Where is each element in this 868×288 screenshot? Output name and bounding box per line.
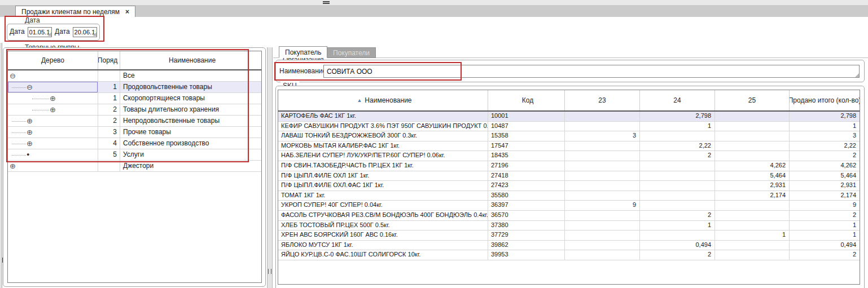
sku-name-cell: ЯБЛОКО МУТСУ 1КГ 1кг. bbox=[278, 241, 488, 250]
sku-row[interactable]: ФАСОЛЬ СТРУЧКОВАЯ РЕЗ.СВ/М БОНДЮЭЛЬ 400Г… bbox=[278, 211, 860, 221]
sku-week24-cell bbox=[640, 171, 715, 181]
sku-total-cell: 2 bbox=[790, 250, 860, 260]
tree-expand-icon[interactable]: ⊕ bbox=[50, 106, 56, 113]
sku-header-row: ▲ Наименование Код 23 24 25 Продано итог… bbox=[278, 90, 860, 112]
tree-row-food-products[interactable]: ⊖ 1 Продовольственные товары bbox=[8, 82, 261, 93]
tab-title: Продажи клиентам по неделям bbox=[21, 8, 120, 16]
sku-week23-cell: 9 bbox=[565, 201, 640, 210]
tree-row-long-storage[interactable]: ⊕ 2 Товары длительного хранения bbox=[8, 104, 261, 116]
sku-total-cell: 2,798 bbox=[790, 112, 860, 121]
tab-customer[interactable]: Покупатель bbox=[279, 46, 327, 58]
date-from-label: Дата bbox=[10, 28, 25, 36]
tree-expand-icon[interactable]: ⊕ bbox=[10, 162, 16, 170]
tab-label: Покупатели bbox=[333, 49, 370, 57]
splitter-handle-icon[interactable] bbox=[0, 258, 3, 263]
sku-code-cell: 27196 bbox=[488, 161, 565, 171]
tree-order-cell bbox=[98, 161, 120, 171]
sku-week24-cell: 1 bbox=[640, 221, 715, 231]
sku-row[interactable]: П/Ф ЦЫПЛ.ФИЛЕ ОХЛ.ФАС 1КГ 1кг. 27423 2,9… bbox=[278, 181, 860, 191]
sku-row[interactable]: УКРОП СУПЕР! 40Г СУПЕР! 0.04кг. 36397 9 … bbox=[278, 201, 860, 211]
sku-code-cell: 17547 bbox=[488, 141, 565, 151]
sku-total-cell: 2 bbox=[790, 211, 860, 220]
organization-name-label: Наименование bbox=[279, 67, 326, 75]
sku-week25-cell: 5,464 bbox=[715, 171, 790, 181]
tree-name-cell: Товары длительного хранения bbox=[120, 104, 261, 115]
tree-row-non-food[interactable]: ⊕ 2 Непродовольственные товары bbox=[8, 116, 261, 127]
sku-week24-cell bbox=[640, 181, 715, 190]
column-header-week-24[interactable]: 24 bbox=[640, 90, 715, 110]
tree-row-own-production[interactable]: ⊕ 4 Собственное производство bbox=[8, 138, 261, 149]
sku-week25-cell bbox=[715, 151, 790, 161]
sku-row[interactable]: ЛАВАШ ТОНКИЙ БЕЗДРОЖЖЕВОЙ 300Г 0.3кг. 15… bbox=[278, 131, 860, 141]
tree-expand-icon[interactable]: ⊕ bbox=[27, 140, 33, 147]
tree-row-all[interactable]: ⊖ Все bbox=[8, 70, 261, 82]
tree-collapse-icon[interactable]: ⊖ bbox=[10, 72, 16, 79]
sku-row[interactable]: П/Ф ЦЫПЛ.ФИЛЕ ОХЛ 1КГ 1кг. 27418 5,464 5… bbox=[278, 171, 860, 181]
tree-collapse-icon[interactable]: ⊖ bbox=[27, 83, 33, 91]
sku-row[interactable]: КАРТОФЕЛЬ ФАС 1КГ 1кг. 10001 2,798 2,798 bbox=[278, 112, 860, 122]
tree-order-cell: 5 bbox=[98, 149, 120, 160]
sku-week23-cell bbox=[565, 122, 640, 131]
sku-week24-cell: 1 bbox=[640, 122, 715, 131]
sku-week23-cell bbox=[565, 181, 640, 190]
date-dropdown-corner-icon[interactable] bbox=[47, 32, 51, 36]
sku-week24-cell: 2 bbox=[640, 151, 715, 161]
sku-code-cell: 35580 bbox=[488, 191, 565, 201]
tab-customers[interactable]: Покупатели bbox=[327, 47, 376, 58]
left-splitter[interactable] bbox=[0, 43, 2, 288]
sku-total-cell: 2 bbox=[790, 151, 860, 161]
tree-name-cell: Собственное производство bbox=[120, 138, 261, 149]
sku-total-cell: 2,22 bbox=[790, 141, 860, 151]
panel-splitter[interactable] bbox=[267, 47, 273, 288]
sku-row[interactable]: КЕФИР САВУШКИН ПРОДУКТ 3.6% ПЭТ 950Г САВ… bbox=[278, 122, 860, 132]
column-header-name[interactable]: Наименование bbox=[120, 51, 261, 69]
tree-row-dzhestori[interactable]: ⊕ Джестори bbox=[8, 161, 261, 172]
tree-expand-icon[interactable]: ⊕ bbox=[27, 117, 33, 125]
tree-row-other-goods[interactable]: ⊕ 3 Прочие товары bbox=[8, 127, 261, 138]
organization-name-input[interactable] bbox=[323, 65, 860, 78]
sku-week25-cell bbox=[715, 250, 790, 260]
sku-total-cell: 9 bbox=[790, 201, 860, 210]
splitter-handle-icon[interactable] bbox=[268, 269, 271, 274]
sku-week24-cell bbox=[640, 161, 715, 171]
sku-week23-cell bbox=[565, 241, 640, 250]
sku-row[interactable]: МОРКОВЬ МЫТАЯ КАЛИБР.ФАС 1КГ 1кг. 17547 … bbox=[278, 141, 860, 152]
column-header-total[interactable]: Продано итого (кол-во) bbox=[790, 90, 860, 110]
close-icon[interactable]: × bbox=[125, 8, 129, 15]
tree-leaf-icon: ● bbox=[27, 151, 29, 158]
tab-sales-by-week[interactable]: Продажи клиентам по неделям × bbox=[15, 6, 135, 17]
column-header-week-25[interactable]: 25 bbox=[715, 90, 790, 110]
tree-name-cell: Скоропортящиеся товары bbox=[120, 93, 261, 104]
sku-week25-cell bbox=[715, 201, 790, 210]
sort-ascending-icon: ▲ bbox=[357, 98, 362, 103]
menu-icon[interactable] bbox=[323, 1, 330, 4]
sku-week24-cell bbox=[640, 131, 715, 141]
organization-panel: Наименование bbox=[275, 60, 865, 82]
sku-row[interactable]: ТОМАТ 1КГ 1кг. 35580 2,174 2,174 bbox=[278, 191, 860, 201]
sku-row[interactable]: НАБ.ЗЕЛЕНИ СУПЕР! ЛУК/УКР/ПЕТР.60Г СУПЕР… bbox=[278, 151, 860, 161]
tree-order-cell: 1 bbox=[98, 93, 120, 104]
sku-row[interactable]: ЯБЛОКО МУТСУ 1КГ 1кг. 39862 0,494 0,494 bbox=[278, 241, 860, 251]
window-top-strip bbox=[0, 0, 868, 5]
sku-row[interactable]: ХЛЕБ ТОСТОВЫЙ ПР.ЦЕХ 500Г 0.5кг. 37380 1… bbox=[278, 221, 860, 231]
sku-total-cell: 4,262 bbox=[790, 161, 860, 171]
tree-expand-icon[interactable]: ⊕ bbox=[50, 95, 56, 102]
sku-row[interactable]: ХРЕН АВС БОЯРСКИЙ 160Г АВС 0.16кг. 37729… bbox=[278, 231, 860, 241]
tree-row-services[interactable]: ● 5 Услуги bbox=[8, 149, 261, 161]
tree-row-perishable[interactable]: ⊕ 1 Скоропортящиеся товары bbox=[8, 93, 261, 104]
tree-name-cell: Все bbox=[120, 70, 261, 81]
column-header-week-23[interactable]: 23 bbox=[565, 90, 640, 110]
column-header-label: Наименование bbox=[365, 96, 411, 104]
column-header-code[interactable]: Код bbox=[488, 90, 565, 110]
column-header-tree[interactable]: Дерево bbox=[8, 51, 98, 69]
sku-row[interactable]: ЯЙЦО КУР.ЦВ.С-0 ФАС.10ШТ СОЛИГОРСК 10кг.… bbox=[278, 250, 860, 260]
sku-week23-cell: 3 bbox=[565, 131, 640, 141]
sku-week25-cell: 2,174 bbox=[715, 191, 790, 201]
column-header-order[interactable]: Поряд bbox=[98, 51, 120, 69]
sku-row[interactable]: П/Ф СВИН.ТАЗОБЕДР.ЧАСТЬ ПР.ЦЕХ 1КГ 1кг. … bbox=[278, 161, 860, 171]
sku-total-cell: 1 bbox=[790, 122, 860, 131]
tab-label: Покупатель bbox=[285, 48, 321, 56]
column-header-sku-name[interactable]: ▲ Наименование bbox=[278, 90, 488, 110]
date-dropdown-corner-icon[interactable] bbox=[93, 32, 97, 36]
tree-expand-icon[interactable]: ⊕ bbox=[27, 129, 33, 136]
